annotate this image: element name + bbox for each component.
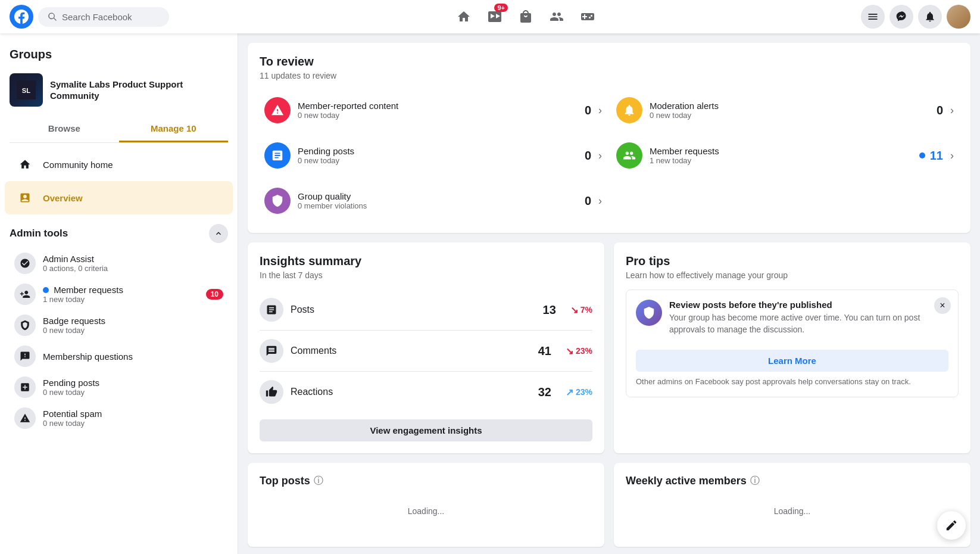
pending-posts-review-chevron: › [598,150,602,162]
bottom-cards-row: Top posts ⓘ Loading... Weekly active mem… [248,463,970,554]
reported-content-sub: 0 new today [298,111,578,120]
review-item-moderation-alerts[interactable]: Moderation alerts 0 new today 0 › [611,90,959,130]
potential-spam-icon [14,407,36,429]
moderation-alerts-icon [616,97,642,123]
potential-spam-name: Potential spam [43,409,223,419]
floating-action-button[interactable] [937,511,966,540]
overview-nav-icon [14,187,36,208]
groups-title: Groups [0,43,238,69]
reported-content-label: Member-reported content [298,101,578,111]
learn-more-button[interactable]: Learn More [636,350,948,372]
admin-tool-membership-questions[interactable]: Membership questions [5,341,233,372]
menu-button[interactable] [861,5,885,29]
badge-requests-icon [14,315,36,336]
reported-content-count: 0 [585,104,591,117]
pro-tip-icon [636,300,662,326]
group-quality-icon [264,188,291,214]
nav-watch-button[interactable]: 9+ [480,2,509,31]
reactions-up-arrow: ↗ [566,387,573,398]
pro-tip-inner-card: × Review posts before they're published … [626,290,959,397]
search-bar[interactable]: Search Facebook [38,7,169,27]
pro-tip-footer-text: Other admins on Facebook say post approv… [636,376,948,387]
group-quality-label: Group quality [298,191,578,201]
insight-row-comments[interactable]: Comments 41 ↘ 23% [260,331,592,372]
to-review-subtitle: 11 updates to review [260,71,959,80]
app-body: Groups SL Symalite Labs Product Support … [0,33,980,554]
admin-tool-potential-spam[interactable]: Potential spam 0 new today [5,403,233,434]
nav-groups-button[interactable] [542,2,571,31]
comments-insight-icon [260,339,283,363]
potential-spam-sub: 0 new today [43,419,223,428]
view-engagement-insights-button[interactable]: View engagement insights [260,419,592,441]
member-requests-review-count: 11 [930,149,943,163]
top-posts-title: Top posts [260,475,310,487]
nav-gaming-button[interactable] [573,2,602,31]
top-posts-info-icon[interactable]: ⓘ [314,475,323,487]
home-nav-icon [14,154,36,175]
tab-manage[interactable]: Manage 10 [119,116,229,142]
review-item-pending-posts[interactable]: Pending posts 0 new today 0 › [260,135,607,176]
posts-insight-icon [260,298,283,322]
pending-posts-name: Pending posts [43,378,223,388]
review-item-member-requests[interactable]: Member requests 1 new today 11 › [611,135,959,176]
svg-text:SL: SL [22,87,30,94]
comments-insight-value: 41 [538,344,551,358]
reactions-insight-value: 32 [538,385,551,399]
membership-questions-icon [14,346,36,367]
pro-tips-subtitle: Learn how to effectively manage your gro… [626,270,959,280]
nav-home-button[interactable] [450,2,478,31]
admin-assist-icon [14,253,36,274]
pending-posts-review-icon [264,142,291,169]
admin-tools-section: Admin tools [0,214,238,248]
membership-questions-name: Membership questions [43,351,223,362]
weekly-active-info-icon[interactable]: ⓘ [750,475,760,487]
admin-tool-badge-requests[interactable]: Badge requests 0 new today [5,310,233,341]
search-icon [48,12,57,21]
messenger-button[interactable] [890,5,913,29]
community-home-label: Community home [43,160,113,170]
overview-label: Overview [43,193,83,203]
main-content: To review 11 updates to review Member-re… [238,33,980,554]
sidebar-item-community-home[interactable]: Community home [5,148,233,181]
pending-posts-icon [14,376,36,398]
admin-section-toggle[interactable] [209,224,228,243]
close-pro-tip-button[interactable]: × [934,297,951,314]
moderation-alerts-count: 0 [937,104,943,117]
top-posts-placeholder: Loading... [260,487,592,535]
posts-down-arrow: ↘ [570,304,578,316]
insight-row-reactions[interactable]: Reactions 32 ↗ 23% [260,372,592,412]
topnav-center-nav: 9+ [200,2,851,31]
nav-marketplace-button[interactable] [511,2,540,31]
sidebar-item-overview[interactable]: Overview [5,181,233,214]
pro-tips-title: Pro tips [626,254,959,268]
review-item-reported-content[interactable]: Member-reported content 0 new today 0 › [260,90,607,130]
moderation-alerts-sub: 0 new today [650,111,929,120]
group-avatar: SL [10,73,43,107]
admin-tool-member-requests[interactable]: Member requests 1 new today 10 [5,279,233,310]
group-quality-chevron: › [598,195,602,207]
tab-browse[interactable]: Browse [10,116,119,142]
to-review-card: To review 11 updates to review Member-re… [248,43,970,233]
reported-content-icon [264,97,291,123]
facebook-logo[interactable] [10,5,33,29]
notifications-button[interactable] [918,5,942,29]
insight-row-posts[interactable]: Posts 13 ↘ 7% [260,290,592,331]
member-requests-dot-review [919,152,925,158]
reported-content-chevron: › [598,104,602,117]
insights-subtitle: In the last 7 days [260,270,592,280]
group-name: Symalite Labs Product Support Community [50,79,228,102]
posts-insight-change: ↘ 7% [570,304,592,316]
member-requests-dot [43,287,49,293]
review-item-group-quality[interactable]: Group quality 0 member violations 0 › [260,180,607,221]
pending-posts-review-label: Pending posts [298,146,578,156]
group-quality-count: 0 [585,194,591,208]
member-requests-badge: 10 [206,289,223,300]
top-navigation: Search Facebook 9+ [0,0,980,33]
reactions-insight-change: ↗ 23% [566,387,592,398]
admin-tool-admin-assist[interactable]: Admin Assist 0 actions, 0 criteria [5,248,233,279]
group-header[interactable]: SL Symalite Labs Product Support Communi… [0,69,238,116]
user-avatar[interactable] [947,5,970,29]
comments-down-arrow: ↘ [566,346,573,357]
member-requests-icon [14,284,36,305]
admin-tool-pending-posts[interactable]: Pending posts 0 new today [5,372,233,403]
